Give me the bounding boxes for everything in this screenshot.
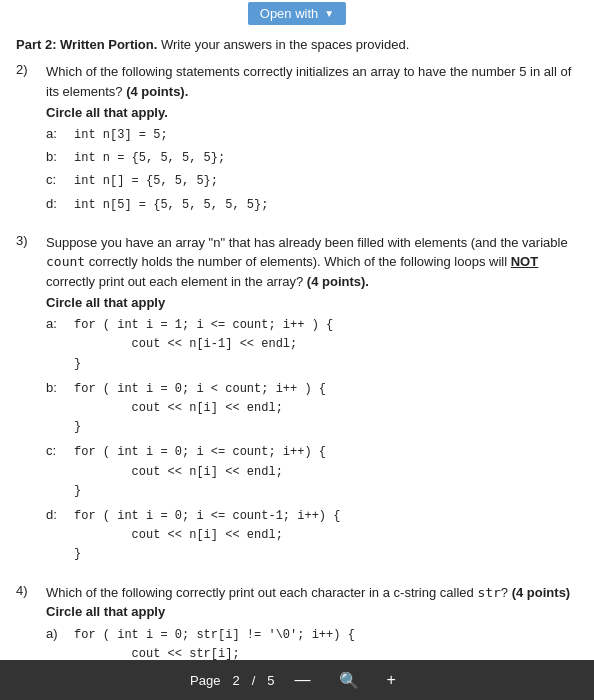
open-with-button[interactable]: Open with ▼ — [248, 2, 346, 25]
pagination-bar: Page 2 / 5 — 🔍 + — [0, 660, 594, 700]
choice-2b: b: int n = {5, 5, 5, 5}; — [46, 149, 578, 168]
page-plus-button[interactable]: + — [379, 669, 404, 691]
page-search-button[interactable]: 🔍 — [331, 669, 367, 692]
choice-2d: d: int n[5] = {5, 5, 5, 5, 5}; — [46, 196, 578, 215]
choice-3d: d: for ( int i = 0; i <= count-1; i++) {… — [46, 507, 578, 565]
page-current: 2 — [232, 673, 239, 688]
page-total: 5 — [267, 673, 274, 688]
choice-code-2b: int n = {5, 5, 5, 5}; — [74, 149, 225, 168]
question-4-row: 4) Which of the following correctly prin… — [16, 583, 578, 622]
choice-code-3b: for ( int i = 0; i < count; i++ ) { cout… — [74, 380, 326, 438]
choice-2a: a: int n[3] = 5; — [46, 126, 578, 145]
question-2-number: 2) — [16, 62, 36, 101]
dropdown-arrow-icon: ▼ — [324, 8, 334, 19]
choice-2c: c: int n[] = {5, 5, 5}; — [46, 172, 578, 191]
question-3-text: Suppose you have an array "n" that has a… — [46, 233, 578, 292]
choice-label-3c: c: — [46, 443, 64, 458]
question-2-text: Which of the following statements correc… — [46, 62, 578, 101]
question-4-number: 4) — [16, 583, 36, 622]
question-3-block: 3) Suppose you have an array "n" that ha… — [16, 233, 578, 565]
question-2-choices: a: int n[3] = 5; b: int n = {5, 5, 5, 5}… — [46, 126, 578, 215]
choice-label-3a: a: — [46, 316, 64, 331]
page-separator: / — [252, 673, 256, 688]
question-3-row: 3) Suppose you have an array "n" that ha… — [16, 233, 578, 292]
choice-3b: b: for ( int i = 0; i < count; i++ ) { c… — [46, 380, 578, 438]
question-3-choices: a: for ( int i = 1; i <= count; i++ ) { … — [46, 316, 578, 564]
question-2-points: (4 points). — [126, 84, 188, 99]
choice-3c: c: for ( int i = 0; i <= count; i++) { c… — [46, 443, 578, 501]
choice-label-3d: d: — [46, 507, 64, 522]
question-2-block: 2) Which of the following statements cor… — [16, 62, 578, 215]
choice-code-2c: int n[] = {5, 5, 5}; — [74, 172, 218, 191]
choice-label-2d: d: — [46, 196, 64, 211]
choice-label-2a: a: — [46, 126, 64, 141]
part-instruction: Write your answers in the spaces provide… — [161, 37, 409, 52]
choice-code-2d: int n[5] = {5, 5, 5, 5, 5}; — [74, 196, 268, 215]
circle-all-2: Circle all that apply. — [46, 105, 578, 120]
circle-all-3: Circle all that apply — [46, 295, 578, 310]
question-4-text: Which of the following correctly print o… — [46, 583, 578, 622]
choice-3a: a: for ( int i = 1; i <= count; i++ ) { … — [46, 316, 578, 374]
choice-code-3d: for ( int i = 0; i <= count-1; i++) { co… — [74, 507, 340, 565]
main-content: Part 2: Written Portion. Write your answ… — [0, 27, 594, 700]
choice-label-4a: a) — [46, 626, 64, 641]
open-with-label: Open with — [260, 6, 319, 21]
top-bar: Open with ▼ — [0, 0, 594, 27]
page-minus-button[interactable]: — — [287, 669, 319, 691]
page-label: Page — [190, 673, 220, 688]
choice-label-3b: b: — [46, 380, 64, 395]
question-2-row: 2) Which of the following statements cor… — [16, 62, 578, 101]
part-title: Part 2: Written Portion. — [16, 37, 157, 52]
search-icon: 🔍 — [339, 672, 359, 689]
question-3-number: 3) — [16, 233, 36, 292]
part-header: Part 2: Written Portion. Write your answ… — [16, 37, 578, 52]
choice-code-3c: for ( int i = 0; i <= count; i++) { cout… — [74, 443, 326, 501]
choice-code-2a: int n[3] = 5; — [74, 126, 168, 145]
choice-code-3a: for ( int i = 1; i <= count; i++ ) { cou… — [74, 316, 333, 374]
choice-label-2c: c: — [46, 172, 64, 187]
choice-label-2b: b: — [46, 149, 64, 164]
